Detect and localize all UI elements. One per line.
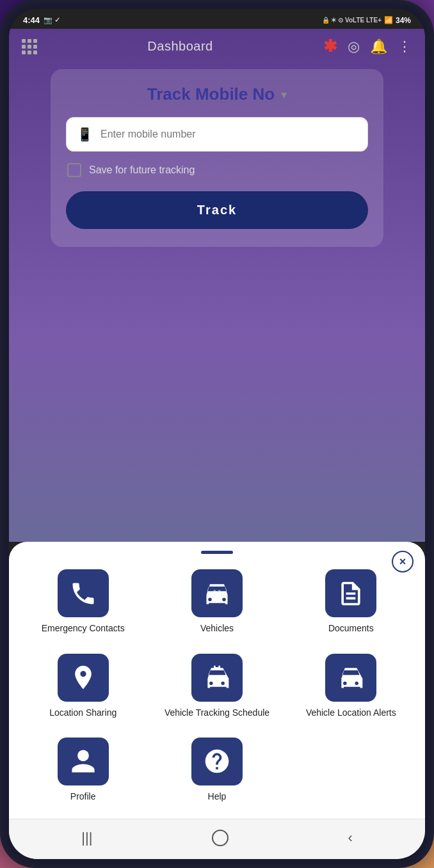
checkbox-label: Save for future tracking: [89, 164, 195, 176]
profile-icon-box: [58, 738, 109, 785]
menu-item-documents[interactable]: Documents: [287, 563, 415, 640]
status-time: 4:44 📷 ✓: [23, 15, 60, 25]
signal-icons: 🔒 ✶ ⊙ VoLTE LTE+: [322, 17, 382, 24]
track-button[interactable]: Track: [66, 191, 368, 229]
nav-home-button[interactable]: [212, 830, 229, 846]
battery-display: 34%: [396, 16, 411, 25]
save-checkbox[interactable]: [67, 163, 81, 177]
phone-icon: 📱: [77, 127, 93, 142]
vehicle-tracking-icon-box: [191, 654, 243, 702]
signal-bars: 📶: [384, 16, 393, 24]
status-icons: 📷 ✓: [44, 16, 60, 24]
app-background: Dashboard ✱ ◎ 🔔 ⋮ Track Mobile No ▾ 📱: [9, 29, 425, 542]
time-display: 4:44: [23, 15, 40, 25]
nav-bar: ||| ‹: [9, 819, 425, 859]
emergency-contacts-icon-box: [58, 569, 109, 617]
vehicles-label: Vehicles: [200, 622, 234, 634]
location-sharing-icon-box: [58, 654, 109, 702]
vehicles-icon-box: [191, 569, 243, 617]
menu-item-vehicle-tracking[interactable]: Vehicle Tracking Schedule: [153, 647, 280, 725]
sheet-handle: [201, 551, 233, 554]
documents-label: Documents: [328, 622, 374, 634]
page-title: Dashboard: [147, 39, 213, 54]
help-label: Help: [208, 791, 227, 802]
status-right: 🔒 ✶ ⊙ VoLTE LTE+ 📶 34%: [322, 16, 411, 25]
menu-item-vehicle-alerts[interactable]: Vehicle Location Alerts: [287, 647, 415, 725]
menu-item-profile[interactable]: Profile: [19, 731, 147, 809]
status-bar: 4:44 📷 ✓ 🔒 ✶ ⊙ VoLTE LTE+ 📶 34%: [9, 9, 425, 29]
vehicle-tracking-label: Vehicle Tracking Schedule: [165, 707, 269, 718]
bottom-sheet: × Emergency ContactsVehiclesDocumentsLoc…: [9, 542, 425, 859]
top-bar-actions: ✱ ◎ 🔔 ⋮: [323, 36, 412, 56]
top-bar: Dashboard ✱ ◎ 🔔 ⋮: [9, 29, 425, 63]
menu-grid: Emergency ContactsVehiclesDocumentsLocat…: [9, 563, 425, 819]
emergency-contacts-label: Emergency Contacts: [42, 622, 125, 634]
track-title: Track Mobile No: [147, 84, 275, 104]
track-card: Track Mobile No ▾ 📱 Save for future trac…: [51, 69, 383, 247]
vehicle-alerts-label: Vehicle Location Alerts: [306, 707, 396, 718]
menu-item-help[interactable]: Help: [153, 731, 280, 809]
dropdown-arrow-icon[interactable]: ▾: [281, 88, 287, 102]
vehicle-alerts-icon-box: [325, 654, 376, 702]
main-content: Track Mobile No ▾ 📱 Save for future trac…: [9, 63, 425, 542]
asterisk-icon[interactable]: ✱: [323, 36, 337, 56]
mobile-number-input[interactable]: [100, 129, 357, 140]
close-icon: ×: [399, 555, 406, 569]
location-sharing-label: Location Sharing: [49, 707, 117, 718]
help-icon-box: [191, 738, 243, 785]
menu-item-vehicles[interactable]: Vehicles: [153, 563, 280, 640]
mobile-input-container[interactable]: 📱: [66, 117, 368, 152]
more-options-icon[interactable]: ⋮: [398, 38, 412, 55]
location-target-icon[interactable]: ◎: [348, 38, 360, 55]
menu-item-location-sharing[interactable]: Location Sharing: [19, 647, 147, 725]
nav-back-icon[interactable]: ‹: [348, 830, 352, 846]
save-checkbox-row: Save for future tracking: [66, 163, 368, 177]
track-title-row: Track Mobile No ▾: [66, 84, 368, 104]
menu-item-emergency-contacts[interactable]: Emergency Contacts: [19, 563, 147, 640]
grid-menu-icon[interactable]: [22, 39, 37, 54]
documents-icon-box: [325, 569, 376, 617]
top-bar-left: [22, 39, 37, 54]
profile-label: Profile: [70, 791, 96, 802]
nav-gesture-icon: |||: [81, 830, 92, 846]
bell-icon[interactable]: 🔔: [370, 38, 387, 55]
